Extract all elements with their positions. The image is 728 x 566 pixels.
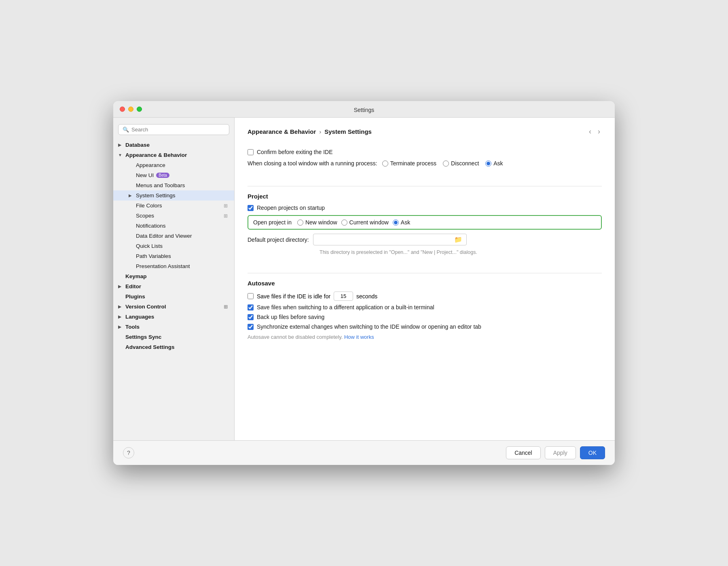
sidebar-item-plugins[interactable]: Plugins [113,291,234,302]
default-dir-row: Default project directory: 📁 [248,234,602,245]
autosave-section-header: Autosave [248,280,602,287]
disconnect-option[interactable]: Disconnect [443,160,479,167]
search-box[interactable]: 🔍 [118,124,229,135]
sidebar-item-keymap[interactable]: Keymap [113,271,234,281]
ask-option[interactable]: Ask [485,160,503,167]
save-switching-checkbox[interactable] [248,304,254,310]
sidebar-item-presentation[interactable]: Presentation Assistant [113,261,234,271]
maximize-button[interactable] [137,107,142,112]
breadcrumb-section: Appearance & Behavior [248,128,316,135]
sidebar-item-appearance[interactable]: Appearance [113,160,234,170]
sidebar-item-label: Settings Sync [125,334,161,340]
breadcrumb-nav: ‹ › [587,127,602,136]
save-switching-row: Save files when switching to a different… [248,304,602,310]
save-idle-checkbox[interactable] [248,293,254,299]
sidebar-item-tools[interactable]: ▶ Tools [113,322,234,332]
settings-window: Settings 🔍 ▶ Database ▼ Appearance & Beh… [113,101,615,465]
sidebar-item-editor[interactable]: ▶ Editor [113,281,234,291]
autosave-note: Autosave cannot be disabled completely. … [248,334,602,340]
new-window-option[interactable]: New window [297,219,337,226]
save-idle-label[interactable]: Save files if the IDE is idle for [257,293,330,300]
sidebar-item-label: Version Control [125,304,166,310]
sidebar-item-appearance-behavior[interactable]: ▼ Appearance & Behavior [113,150,234,160]
minimize-button[interactable] [128,107,133,112]
ask-project-radio[interactable] [393,220,399,226]
breadcrumb-separator: › [319,128,321,135]
autosave-section: Autosave Save files if the IDE is idle f… [248,280,602,340]
apply-button[interactable]: Apply [545,446,576,459]
settings-icon: ⊞ [224,203,228,209]
default-dir-input[interactable] [317,237,453,243]
sidebar-item-settings-sync[interactable]: Settings Sync [113,332,234,342]
settings-icon: ⊞ [224,304,228,310]
save-switching-label[interactable]: Save files when switching to a different… [257,304,434,310]
reopen-label[interactable]: Reopen projects on startup [257,205,325,211]
forward-button[interactable]: › [596,127,602,136]
sidebar-item-path-variables[interactable]: Path Variables [113,251,234,261]
sidebar-item-label: Editor [125,283,141,289]
new-window-radio[interactable] [297,220,303,226]
chevron-right-icon: ▶ [118,143,123,147]
sidebar-item-file-colors[interactable]: File Colors ⊞ [113,201,234,211]
content-area: 🔍 ▶ Database ▼ Appearance & Behavior App… [113,118,615,440]
reopen-checkbox[interactable] [248,205,254,211]
confirm-exit-checkbox[interactable] [248,149,254,155]
how-it-works-link[interactable]: How it works [344,334,374,340]
tool-window-label: When closing a tool window with a runnin… [248,160,377,167]
chevron-down-icon: ▼ [118,153,123,157]
sidebar-item-languages[interactable]: ▶ Languages [113,312,234,322]
terminate-radio[interactable] [382,161,388,167]
help-icon: ? [127,450,130,456]
cancel-button[interactable]: Cancel [506,446,541,459]
ask-radio[interactable] [485,161,491,167]
search-input[interactable] [131,127,225,133]
ask-project-option[interactable]: Ask [393,219,410,226]
current-window-radio[interactable] [341,220,347,226]
sidebar-item-new-ui[interactable]: New UI Beta [113,170,234,180]
save-idle-row: Save files if the IDE is idle for second… [248,291,602,301]
backup-row: Back up files before saving [248,314,602,320]
terminate-label: Terminate process [390,160,436,167]
idle-seconds-input[interactable] [334,291,353,301]
main-content: Appearance & Behavior › System Settings … [235,118,615,440]
sync-checkbox[interactable] [248,324,254,330]
terminate-option[interactable]: Terminate process [382,160,436,167]
window-title: Settings [354,107,375,113]
tool-window-row: When closing a tool window with a runnin… [248,160,602,167]
sidebar-item-notifications[interactable]: Notifications [113,221,234,231]
backup-label[interactable]: Back up files before saving [257,314,324,320]
sidebar-item-label: System Settings [136,192,176,199]
confirm-exit-section: Confirm before exiting the IDE When clos… [248,146,602,171]
help-button[interactable]: ? [123,447,134,458]
sync-label[interactable]: Synchronize external changes when switch… [257,323,481,330]
beta-badge: Beta [156,173,169,178]
sidebar-item-version-control[interactable]: ▶ Version Control ⊞ [113,302,234,312]
close-button[interactable] [120,107,125,112]
open-project-label: Open project in [253,219,292,226]
sidebar-item-label: File Colors [136,203,162,209]
confirm-exit-label[interactable]: Confirm before exiting the IDE [257,149,333,155]
tool-window-radio-group: Terminate process Disconnect Ask [382,160,503,167]
sidebar-item-menus-toolbars[interactable]: Menus and Toolbars [113,180,234,190]
sidebar-item-label: Database [125,142,150,148]
sidebar-item-scopes[interactable]: Scopes ⊞ [113,211,234,221]
default-dir-label: Default project directory: [248,237,309,243]
disconnect-label: Disconnect [451,160,479,167]
reopen-row: Reopen projects on startup [248,205,602,211]
sidebar-item-quick-lists[interactable]: Quick Lists [113,241,234,251]
browse-dir-button[interactable]: 📁 [453,236,463,243]
disconnect-radio[interactable] [443,161,449,167]
new-window-label: New window [305,219,337,226]
sidebar-item-label: Data Editor and Viewer [136,233,192,239]
project-section-header: Project [248,193,602,200]
back-button[interactable]: ‹ [587,127,593,136]
sidebar-item-label: Appearance [136,162,165,168]
sidebar-item-system-settings[interactable]: ▶ System Settings [113,190,234,201]
sidebar-item-advanced-settings[interactable]: Advanced Settings [113,342,234,352]
ok-button[interactable]: OK [580,446,605,459]
current-window-option[interactable]: Current window [341,219,389,226]
backup-checkbox[interactable] [248,314,254,320]
sidebar-item-data-editor[interactable]: Data Editor and Viewer [113,231,234,241]
autosave-note-text: Autosave cannot be disabled completely. [248,334,343,340]
sidebar-item-database[interactable]: ▶ Database [113,140,234,150]
